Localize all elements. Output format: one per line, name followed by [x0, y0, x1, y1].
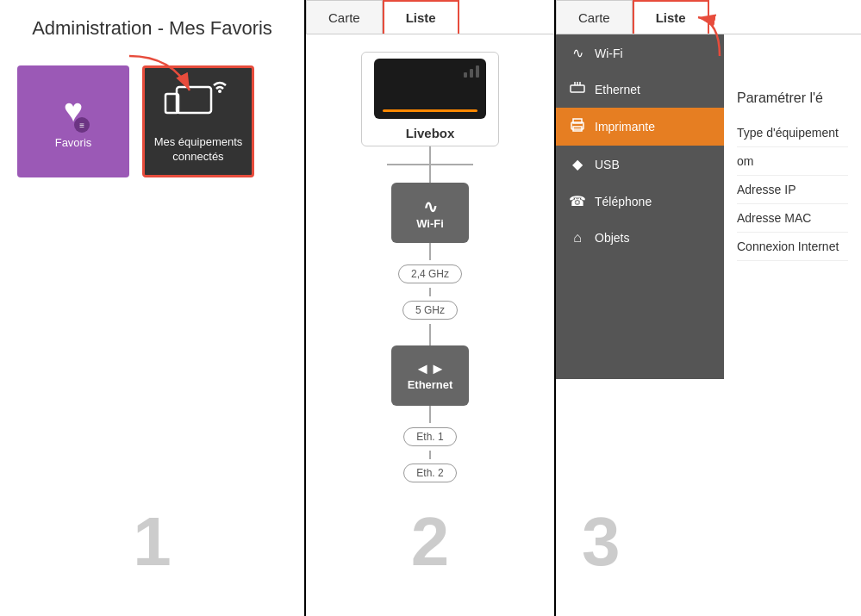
panel-2-number: 2	[411, 502, 450, 582]
svg-rect-0	[177, 87, 211, 113]
objets-menu-icon: ⌂	[569, 230, 586, 246]
livebox-label: Livebox	[406, 126, 455, 140]
tree-container: Livebox ∿ Wi-Fi 2,4 GHz 5 GHz	[306, 34, 554, 504]
wifi-section: ∿ Wi-Fi 2,4 GHz 5 GHz	[306, 165, 554, 324]
ethernet-label: Ethernet	[408, 378, 453, 391]
menu-wifi-label: Wi-Fi	[595, 47, 623, 60]
panel-1-number: 1	[133, 502, 172, 582]
right-panel: Paramétrer l'é Type d'équipement om Adre…	[724, 78, 861, 274]
printer-menu-icon	[569, 118, 586, 135]
tab-liste-3[interactable]: Liste	[633, 0, 709, 34]
sidebar-menu: ∿ Wi-Fi Ethernet	[556, 34, 724, 379]
tab-carte-3[interactable]: Carte	[556, 0, 633, 34]
ethernet-icon: ◄►	[415, 360, 446, 378]
tab-carte-2[interactable]: Carte	[306, 0, 383, 34]
usb-menu-icon: ◆	[569, 156, 586, 172]
eth-sub-vline	[429, 406, 431, 423]
field-mac: Adresse MAC	[737, 204, 848, 233]
menu-imprimante-label: Imprimante	[595, 120, 655, 134]
menu-telephone-label: Téléphone	[595, 195, 652, 208]
panel-1-title: Administration - Mes Favoris	[17, 17, 287, 40]
ethernet-menu-icon	[569, 82, 586, 97]
menu-item-imprimante[interactable]: Imprimante	[556, 108, 724, 146]
panel3-content: ∿ Wi-Fi Ethernet	[556, 34, 861, 379]
menu-usb-label: USB	[595, 158, 620, 171]
eth2-vline	[429, 451, 431, 459]
tree-vline-main	[429, 146, 431, 164]
field-ip: Adresse IP	[737, 176, 848, 204]
svg-rect-9	[573, 119, 582, 123]
wifi-vline	[429, 165, 431, 183]
panel3-tabs: Carte Liste	[556, 0, 861, 34]
panel2-tabs: Carte Liste	[306, 0, 554, 34]
field-connexion: Connexion Internet	[737, 233, 848, 261]
menu-ethernet-label: Ethernet	[595, 83, 640, 96]
menu-item-telephone[interactable]: ☎ Téléphone	[556, 183, 724, 220]
tile-favoris[interactable]: ♥ ≡ Favoris	[17, 65, 129, 177]
devices-icon	[164, 78, 233, 128]
wifi-label: Wi-Fi	[416, 217, 444, 230]
livebox-image	[374, 59, 486, 119]
menu-item-ethernet[interactable]: Ethernet	[556, 72, 724, 108]
panel-3-number: 3	[582, 502, 621, 582]
tile-equipements[interactable]: Mes équipements connectés	[142, 65, 254, 177]
svg-rect-4	[571, 85, 584, 92]
livebox-box: Livebox	[361, 52, 499, 146]
wifi-menu-icon: ∿	[569, 45, 586, 61]
tile-favoris-label: Favoris	[55, 136, 92, 151]
tile-equipements-label: Mes équipements connectés	[145, 135, 252, 165]
wifi-icon: ∿	[423, 196, 438, 217]
tiles-row: ♥ ≡ Favoris	[17, 65, 287, 177]
menu-item-usb[interactable]: ◆ USB	[556, 146, 724, 183]
menu-item-wifi[interactable]: ∿ Wi-Fi	[556, 34, 724, 72]
eth2[interactable]: Eth. 2	[403, 464, 456, 482]
panel-3: Carte Liste ∿ Wi-Fi	[556, 0, 861, 616]
ethernet-section: ◄► Ethernet Eth. 1 Eth. 2	[306, 324, 554, 487]
field-nom: om	[737, 147, 848, 176]
list-badge: ≡	[74, 117, 90, 133]
phone-menu-icon: ☎	[569, 193, 586, 209]
field-type: Type d'équipement	[737, 119, 848, 147]
menu-item-objets[interactable]: ⌂ Objets	[556, 220, 724, 256]
tab-liste-2[interactable]: Liste	[383, 0, 459, 34]
eth-vline	[429, 324, 431, 345]
wifi-node[interactable]: ∿ Wi-Fi	[391, 183, 469, 243]
wifi-5ghz-vline	[429, 288, 431, 296]
ethernet-node[interactable]: ◄► Ethernet	[391, 345, 469, 406]
menu-objets-label: Objets	[595, 231, 629, 245]
wifi-5ghz[interactable]: 5 GHz	[402, 301, 458, 320]
eth1[interactable]: Eth. 1	[403, 427, 456, 446]
wifi-sub-vline	[429, 243, 431, 260]
right-panel-title: Paramétrer l'é	[737, 90, 848, 106]
panel-2: Carte Liste Livebox	[306, 0, 556, 616]
panel-1: Administration - Mes Favoris ♥ ≡ Favoris	[0, 0, 306, 616]
wifi-24ghz[interactable]: 2,4 GHz	[398, 264, 462, 283]
svg-point-2	[218, 90, 221, 93]
